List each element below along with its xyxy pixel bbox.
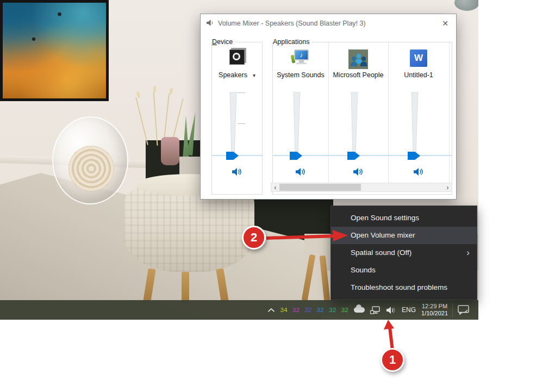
- clock-time: 12:29 PM: [421, 303, 448, 310]
- window-title: Volume Mixer - Speakers (Sound Blaster P…: [218, 20, 366, 27]
- sensor-readout[interactable]: 34: [280, 307, 288, 313]
- mute-speaker-button[interactable]: [231, 167, 243, 177]
- grass-head: [153, 86, 156, 92]
- taskbar-speaker-icon[interactable]: [386, 306, 396, 314]
- volume-slider[interactable]: [284, 92, 317, 164]
- menu-item-sounds[interactable]: Sounds: [331, 262, 477, 279]
- microsoft-people-icon: [348, 49, 368, 69]
- speaker-title-icon: [206, 19, 215, 27]
- taskbar: 34 32 32 32 32 32 ENG 12:29 PM: [0, 300, 478, 320]
- column-separator: [449, 42, 450, 183]
- scrollbar-thumb[interactable]: [279, 184, 361, 191]
- mute-speaker-button[interactable]: [413, 167, 425, 177]
- wps-writer-icon: W: [410, 49, 427, 67]
- clock[interactable]: 12:29 PM 1/10/2021: [421, 303, 448, 317]
- mute-speaker-button[interactable]: [295, 167, 307, 177]
- onedrive-cloud-icon[interactable]: [354, 307, 365, 313]
- menu-item-open-volume-mixer[interactable]: Open Volume mixer: [331, 227, 477, 244]
- pouf-leg: [182, 272, 189, 303]
- sound-context-menu: Open Sound settings Open Volume mixer Sp…: [330, 206, 477, 300]
- glass-apple-decor: [52, 116, 128, 204]
- hidden-icons-chevron[interactable]: [267, 308, 275, 313]
- menu-item-troubleshoot[interactable]: Troubleshoot sound problems: [331, 279, 477, 296]
- channel-speakers: Speakers▾: [212, 42, 262, 182]
- grass-head: [169, 88, 173, 95]
- system-tray: 34 32 32 32 32 32 ENG 12:29 PM: [267, 300, 448, 320]
- scroll-right-arrow[interactable]: ›: [444, 183, 452, 191]
- framed-underwater-artwork: [0, 0, 109, 101]
- slider-tick: [238, 92, 245, 93]
- network-icon[interactable]: [370, 306, 381, 314]
- sensor-readout[interactable]: 32: [341, 307, 348, 313]
- sensor-readout[interactable]: 32: [317, 307, 324, 313]
- sensor-readout[interactable]: 32: [329, 307, 336, 313]
- arrow-to-speaker-icon: [384, 320, 394, 350]
- device-dropdown-arrow-icon[interactable]: ▾: [253, 72, 255, 78]
- channel-untitled-1: W Untitled-1: [388, 42, 449, 182]
- volume-slider[interactable]: [342, 92, 375, 164]
- menu-item-open-sound-settings[interactable]: Open Sound settings: [331, 209, 477, 227]
- channel-microsoft-people: Microsoft People: [328, 42, 388, 182]
- sensor-readout[interactable]: 32: [292, 307, 300, 313]
- screenshot-canvas: Volume Mixer - Speakers (Sound Blaster P…: [0, 0, 555, 392]
- volume-slider[interactable]: [402, 92, 435, 164]
- mute-speaker-button[interactable]: [352, 167, 364, 177]
- language-indicator[interactable]: ENG: [402, 306, 416, 314]
- titlebar[interactable]: Volume Mixer - Speakers (Sound Blaster P…: [201, 14, 456, 33]
- slider-baseline: [450, 155, 452, 156]
- grass-vase: [161, 137, 179, 165]
- menu-item-spatial-sound[interactable]: Spatial sound (Off) ›: [331, 244, 477, 262]
- sensor-readout[interactable]: 32: [304, 307, 311, 313]
- submenu-chevron-icon: ›: [466, 244, 470, 262]
- applications-scrollbar[interactable]: ‹ ›: [271, 183, 452, 192]
- channel-name: Untitled-1: [388, 71, 449, 79]
- channel-system-sounds: ♪ System Sounds: [273, 42, 328, 182]
- action-center-icon[interactable]: [458, 305, 470, 315]
- speakers-device-icon: [229, 49, 245, 65]
- grass-head: [136, 91, 140, 98]
- slider-track-wedge: [229, 92, 238, 154]
- volume-slider[interactable]: [221, 92, 253, 164]
- taskbar-separator: [452, 303, 453, 317]
- slider-track-wedge: [411, 92, 420, 154]
- slider-tick: [238, 123, 245, 124]
- slider-track-wedge: [293, 92, 302, 154]
- channel-name: System Sounds: [273, 71, 328, 79]
- ceiling-lamp: [454, 0, 478, 11]
- scroll-left-arrow[interactable]: ‹: [271, 183, 279, 191]
- channel-name: Microsoft People: [328, 71, 388, 79]
- channel-name: Speakers▾: [212, 71, 262, 79]
- step-1-badge: 1: [381, 348, 404, 372]
- clock-date: 1/10/2021: [421, 310, 448, 317]
- volume-mixer-window: Volume Mixer - Speakers (Sound Blaster P…: [200, 14, 457, 200]
- dried-rose: [68, 146, 114, 191]
- system-sounds-icon: ♪: [291, 49, 310, 66]
- slider-track-wedge: [351, 92, 359, 154]
- grass-stem: [135, 97, 148, 145]
- close-button[interactable]: ✕: [439, 18, 451, 29]
- grass-stem: [153, 91, 158, 146]
- hardware-sensor-readouts[interactable]: 34 32 32 32 32 32: [280, 307, 348, 313]
- step-2-badge: 2: [242, 226, 266, 250]
- speaker-cone: [233, 53, 240, 60]
